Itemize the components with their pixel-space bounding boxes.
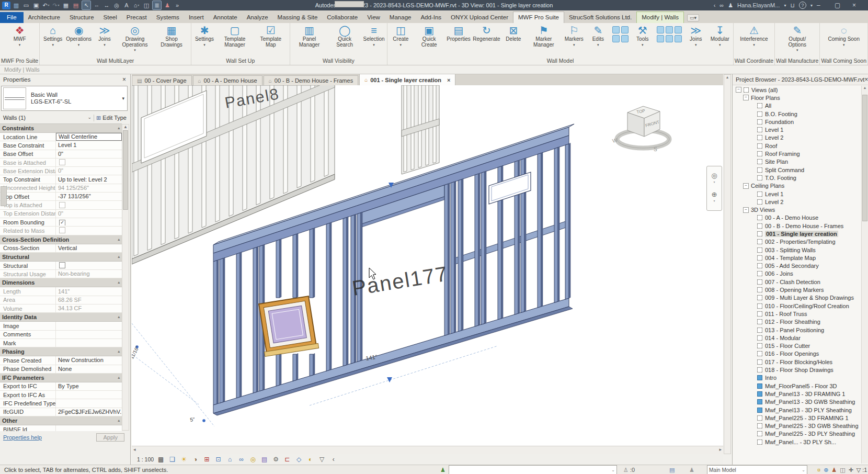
tree-item-007-clash-detection[interactable]: 007 - Clash Detection — [734, 278, 861, 286]
views-window-icon[interactable]: ▥ — [12, 1, 20, 9]
redo-icon-arrow[interactable]: ▾ — [58, 1, 60, 9]
joins-button[interactable]: ≫Joins▾ — [684, 23, 708, 47]
minimize-button[interactable]: – — [817, 2, 830, 9]
crop-view-icon[interactable]: ⊞ — [202, 455, 211, 464]
tree-item-011-roof-truss[interactable]: 011 - Roof Truss — [734, 310, 861, 318]
cart-icon[interactable]: ⊔ — [790, 2, 795, 9]
customize-qat-icon[interactable]: » — [173, 1, 181, 9]
ribbon-tab-onyx-upload-center[interactable]: ONYX Upload Center — [446, 12, 513, 23]
reveal-hidden-icon[interactable]: ◎ — [248, 455, 257, 464]
dropdown-arrow-icon[interactable]: ▾ — [719, 42, 721, 47]
save-icon[interactable]: ▣ — [32, 1, 40, 9]
dropdown-arrow-icon[interactable]: ▾ — [843, 42, 845, 47]
tree-item-010-floor-ceiling-roof-creation[interactable]: 010 - Floor/Ceiling/Roof Creation — [734, 302, 861, 310]
account-menu-arrow-icon[interactable]: ▾ — [784, 3, 786, 8]
section-icon[interactable]: ◫ — [142, 1, 151, 9]
properties-close-icon[interactable]: × — [122, 76, 126, 83]
drawing-canvas[interactable]: Panel8 Panel177 141" 11/16" 5" W S TOP F… — [132, 85, 723, 446]
property-value[interactable]: 94 125/256" — [56, 185, 122, 191]
settings-button[interactable]: ✱Settings▾ — [192, 23, 216, 47]
worksets-icon[interactable]: ♟ — [831, 467, 837, 473]
revit-logo[interactable]: R — [2, 2, 10, 9]
small-tool-icon[interactable] — [612, 35, 620, 42]
tree-item-mwf-panel225-3d-ply-sheathing[interactable]: Mwf_Panel225 - 3D PLY Sheathing — [734, 430, 861, 438]
scroll-right-icon[interactable]: ▸ — [719, 447, 722, 452]
tree-item-b-o-footing[interactable]: B.O. Footing — [734, 110, 861, 118]
tree-item-mwf-panel-3d-ply-sh[interactable]: Mwf_Panel... - 3D PLY Sh... — [734, 438, 861, 446]
navigation-wheel-icon[interactable]: ◎▾ — [711, 172, 717, 186]
shadows-icon[interactable]: ◑ — [191, 455, 200, 464]
property-value[interactable]: None — [56, 366, 122, 373]
regenerate-button[interactable]: ↻Regenerate — [472, 23, 501, 42]
create-button[interactable]: ◫Create▾ — [389, 23, 413, 47]
displacement-icon[interactable]: ◇ — [294, 455, 303, 464]
property-value[interactable]: Non-bearing — [56, 270, 122, 277]
small-tool-icon[interactable] — [675, 35, 682, 42]
type-selector-arrow-icon[interactable]: ▾ — [122, 96, 127, 101]
view-tab-00-a-demo-house[interactable]: ⌂00 - A - Demo House — [193, 75, 262, 85]
property-value[interactable]: Up to level: Level 2 — [56, 176, 122, 183]
dropdown-arrow-icon[interactable]: ▾ — [753, 42, 755, 47]
tree-item-002-properties-templating[interactable]: 002 - Properties/Templating — [734, 238, 861, 246]
tree-item-roof[interactable]: Roof — [734, 142, 861, 150]
export-icon[interactable]: ▤ — [72, 1, 80, 9]
ribbon-tab-precast[interactable]: Precast — [122, 12, 152, 23]
tree-item-mwf-panel225-3d-framing-1[interactable]: Mwf_Panel225 - 3D FRAMING 1 — [734, 414, 861, 422]
small-tool-icon[interactable] — [666, 26, 673, 33]
edits-button[interactable]: ✎Edits▾ — [586, 23, 610, 47]
ribbon-tab-insert[interactable]: Insert — [184, 12, 209, 23]
section-header-ifc-parameters[interactable]: IFC Parameters▴ — [0, 374, 122, 382]
dropdown-arrow-icon[interactable]: ▾ — [19, 42, 21, 47]
maximize-button[interactable]: ▢ — [835, 2, 848, 9]
ribbon-tab-collaborate[interactable]: Collaborate — [322, 12, 362, 23]
tree-item-003-splitting-walls[interactable]: 003 - Splitting Walls — [734, 246, 861, 254]
ribbon-tab-analyze[interactable]: Analyze — [242, 12, 273, 23]
detail-level-icon[interactable]: ▩ — [156, 455, 165, 464]
account-name[interactable]: Hana.ElayanM... — [737, 2, 780, 8]
view-tab-00-b-demo-house-frames[interactable]: ⌂00 - B - Demo House - Frames — [264, 75, 358, 85]
ribbon-tab-steel[interactable]: Steel — [99, 12, 122, 23]
tree-item-006-joins[interactable]: 006 - Joins — [734, 270, 861, 278]
tree-item-001-single-layer-creation[interactable]: 001 - Single layer creation — [734, 230, 861, 238]
close-button[interactable]: × — [852, 2, 866, 9]
analytical-model-icon[interactable]: ⚙ — [271, 455, 280, 464]
view-tab-00-cover-page[interactable]: ▤00 - Cover Page — [132, 75, 192, 85]
background-stud-column[interactable] — [402, 85, 439, 174]
canvas-horizontal-scrollbar-thumb[interactable] — [335, 1, 364, 7]
interference-button[interactable]: ⚠Interference▾ — [738, 23, 769, 47]
scroll-left-icon[interactable]: ◂ — [133, 447, 136, 452]
text-icon[interactable]: A — [122, 1, 131, 9]
small-tool-icon[interactable] — [621, 26, 629, 33]
tree-item-015-floor-cutter[interactable]: 015 - Floor Cutter — [734, 342, 861, 350]
dropdown-arrow-icon[interactable]: ▾ — [400, 42, 402, 47]
viewcube-south[interactable]: S — [654, 146, 657, 152]
unlocked-3d-icon[interactable]: ⌂ — [225, 455, 234, 464]
properties-scrollbar[interactable]: ▲ — [122, 124, 129, 431]
dropdown-arrow-icon[interactable]: ▾ — [134, 48, 136, 52]
properties-button[interactable]: ▤Properties — [446, 23, 472, 42]
mwf-button[interactable]: ❖MWF▾ — [8, 23, 32, 47]
checkbox[interactable] — [59, 159, 65, 165]
ribbon-tab-architecture[interactable]: Architecture — [24, 12, 65, 23]
operations-button[interactable]: ◉Operations▾ — [65, 23, 93, 47]
inplace-editor-icon[interactable]: ♟ — [689, 465, 694, 474]
tree-item-roof-framing[interactable]: Roof Framing — [734, 150, 861, 157]
tree-item-floor-plans[interactable]: −Floor Plans — [734, 94, 861, 101]
panel-manager-button[interactable]: ▥Panel Manager — [291, 23, 328, 48]
tree-item-level-2[interactable]: Level 2 — [734, 134, 861, 142]
tree-item-008-opening-markers[interactable]: 008 - Opening Markers — [734, 286, 861, 294]
tools-button[interactable]: ⚒Tools▾ — [631, 23, 655, 47]
property-value[interactable]: ✓ — [56, 219, 122, 225]
view-tab-close-icon[interactable]: × — [447, 77, 450, 83]
section-header-phasing[interactable]: Phasing▴ — [0, 347, 122, 356]
open-icon[interactable]: ▭ — [22, 1, 30, 9]
design-option-select[interactable]: ⌄ — [449, 465, 617, 474]
tree-expander-icon[interactable]: − — [743, 95, 749, 100]
type-selector[interactable]: Basic Wall LGS-EXT-6"-SL ▾ — [1, 86, 128, 111]
ribbon-tab-strucsoft-solutions-ltd[interactable]: StrucSoft Solutions Ltd. — [564, 12, 636, 23]
property-value[interactable]: Wall Centerline — [56, 133, 122, 141]
property-value[interactable]: Level 1 — [56, 142, 122, 149]
section-header-cross-section-definition[interactable]: Cross-Section Definition▴ — [0, 235, 122, 244]
shop-drawings-button[interactable]: ▦Shop Drawings — [153, 23, 190, 48]
constraints-icon[interactable]: ⊏ — [283, 455, 292, 464]
